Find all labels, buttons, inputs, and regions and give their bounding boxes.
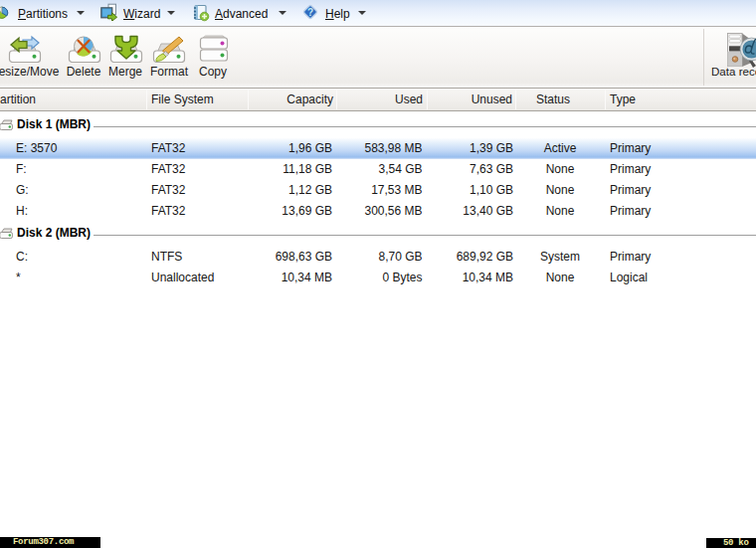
svg-text:?: ? (307, 7, 313, 18)
